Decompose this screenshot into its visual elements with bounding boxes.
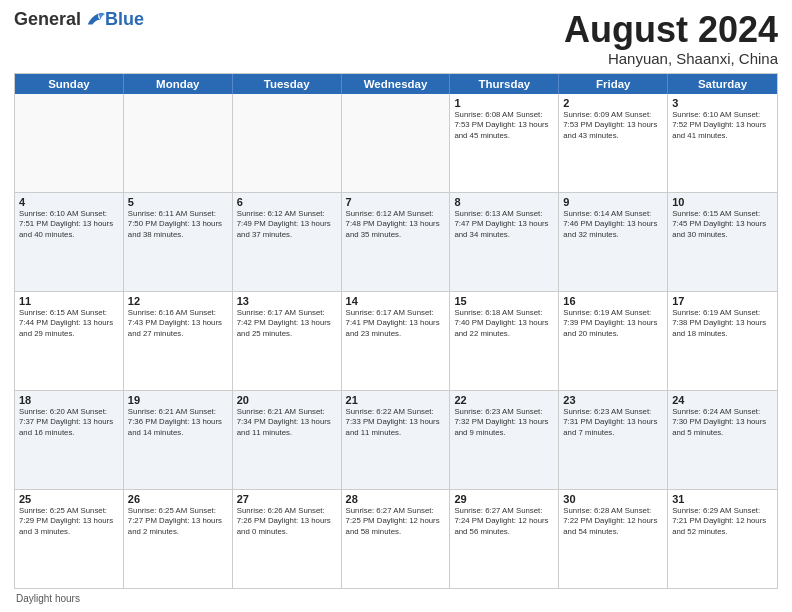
day-info: Sunrise: 6:23 AM Sunset: 7:31 PM Dayligh… bbox=[563, 407, 663, 439]
day-number: 29 bbox=[454, 493, 554, 505]
day-number: 6 bbox=[237, 196, 337, 208]
day-info: Sunrise: 6:10 AM Sunset: 7:52 PM Dayligh… bbox=[672, 110, 773, 142]
title-block: August 2024 Hanyuan, Shaanxi, China bbox=[564, 10, 778, 67]
day-headers: SundayMondayTuesdayWednesdayThursdayFrid… bbox=[15, 74, 777, 94]
day-header-thursday: Thursday bbox=[450, 74, 559, 94]
day-cell: 26Sunrise: 6:25 AM Sunset: 7:27 PM Dayli… bbox=[124, 490, 233, 588]
day-cell: 18Sunrise: 6:20 AM Sunset: 7:37 PM Dayli… bbox=[15, 391, 124, 489]
day-number: 20 bbox=[237, 394, 337, 406]
day-number: 22 bbox=[454, 394, 554, 406]
day-cell: 29Sunrise: 6:27 AM Sunset: 7:24 PM Dayli… bbox=[450, 490, 559, 588]
day-number: 11 bbox=[19, 295, 119, 307]
day-cell: 27Sunrise: 6:26 AM Sunset: 7:26 PM Dayli… bbox=[233, 490, 342, 588]
day-header-friday: Friday bbox=[559, 74, 668, 94]
day-number: 30 bbox=[563, 493, 663, 505]
day-info: Sunrise: 6:27 AM Sunset: 7:25 PM Dayligh… bbox=[346, 506, 446, 538]
day-info: Sunrise: 6:25 AM Sunset: 7:27 PM Dayligh… bbox=[128, 506, 228, 538]
day-info: Sunrise: 6:17 AM Sunset: 7:42 PM Dayligh… bbox=[237, 308, 337, 340]
day-cell: 17Sunrise: 6:19 AM Sunset: 7:38 PM Dayli… bbox=[668, 292, 777, 390]
day-header-wednesday: Wednesday bbox=[342, 74, 451, 94]
day-info: Sunrise: 6:17 AM Sunset: 7:41 PM Dayligh… bbox=[346, 308, 446, 340]
day-cell: 5Sunrise: 6:11 AM Sunset: 7:50 PM Daylig… bbox=[124, 193, 233, 291]
day-number: 25 bbox=[19, 493, 119, 505]
day-info: Sunrise: 6:24 AM Sunset: 7:30 PM Dayligh… bbox=[672, 407, 773, 439]
day-cell: 25Sunrise: 6:25 AM Sunset: 7:29 PM Dayli… bbox=[15, 490, 124, 588]
logo-general: General bbox=[14, 10, 81, 28]
day-info: Sunrise: 6:21 AM Sunset: 7:36 PM Dayligh… bbox=[128, 407, 228, 439]
day-info: Sunrise: 6:26 AM Sunset: 7:26 PM Dayligh… bbox=[237, 506, 337, 538]
day-cell: 15Sunrise: 6:18 AM Sunset: 7:40 PM Dayli… bbox=[450, 292, 559, 390]
weeks: 1Sunrise: 6:08 AM Sunset: 7:53 PM Daylig… bbox=[15, 94, 777, 588]
month-title: August 2024 bbox=[564, 10, 778, 50]
day-cell: 20Sunrise: 6:21 AM Sunset: 7:34 PM Dayli… bbox=[233, 391, 342, 489]
day-info: Sunrise: 6:16 AM Sunset: 7:43 PM Dayligh… bbox=[128, 308, 228, 340]
day-cell: 4Sunrise: 6:10 AM Sunset: 7:51 PM Daylig… bbox=[15, 193, 124, 291]
day-number: 8 bbox=[454, 196, 554, 208]
day-number: 4 bbox=[19, 196, 119, 208]
footer-note: Daylight hours bbox=[14, 593, 778, 604]
day-cell: 14Sunrise: 6:17 AM Sunset: 7:41 PM Dayli… bbox=[342, 292, 451, 390]
day-number: 9 bbox=[563, 196, 663, 208]
day-cell: 1Sunrise: 6:08 AM Sunset: 7:53 PM Daylig… bbox=[450, 94, 559, 192]
day-header-saturday: Saturday bbox=[668, 74, 777, 94]
day-cell: 19Sunrise: 6:21 AM Sunset: 7:36 PM Dayli… bbox=[124, 391, 233, 489]
day-number: 27 bbox=[237, 493, 337, 505]
calendar: SundayMondayTuesdayWednesdayThursdayFrid… bbox=[14, 73, 778, 589]
logo: General Blue bbox=[14, 10, 144, 28]
logo-text: General Blue bbox=[14, 10, 144, 28]
day-info: Sunrise: 6:27 AM Sunset: 7:24 PM Dayligh… bbox=[454, 506, 554, 538]
header: General Blue August 2024 Hanyuan, Shaanx… bbox=[14, 10, 778, 67]
day-cell bbox=[233, 94, 342, 192]
day-number: 31 bbox=[672, 493, 773, 505]
day-cell bbox=[15, 94, 124, 192]
week-row-4: 18Sunrise: 6:20 AM Sunset: 7:37 PM Dayli… bbox=[15, 390, 777, 489]
day-info: Sunrise: 6:28 AM Sunset: 7:22 PM Dayligh… bbox=[563, 506, 663, 538]
day-cell: 24Sunrise: 6:24 AM Sunset: 7:30 PM Dayli… bbox=[668, 391, 777, 489]
day-header-tuesday: Tuesday bbox=[233, 74, 342, 94]
day-cell: 10Sunrise: 6:15 AM Sunset: 7:45 PM Dayli… bbox=[668, 193, 777, 291]
day-header-sunday: Sunday bbox=[15, 74, 124, 94]
day-number: 7 bbox=[346, 196, 446, 208]
day-number: 3 bbox=[672, 97, 773, 109]
day-info: Sunrise: 6:14 AM Sunset: 7:46 PM Dayligh… bbox=[563, 209, 663, 241]
day-cell: 9Sunrise: 6:14 AM Sunset: 7:46 PM Daylig… bbox=[559, 193, 668, 291]
day-number: 14 bbox=[346, 295, 446, 307]
day-info: Sunrise: 6:11 AM Sunset: 7:50 PM Dayligh… bbox=[128, 209, 228, 241]
day-info: Sunrise: 6:25 AM Sunset: 7:29 PM Dayligh… bbox=[19, 506, 119, 538]
day-number: 12 bbox=[128, 295, 228, 307]
day-info: Sunrise: 6:09 AM Sunset: 7:53 PM Dayligh… bbox=[563, 110, 663, 142]
week-row-1: 1Sunrise: 6:08 AM Sunset: 7:53 PM Daylig… bbox=[15, 94, 777, 192]
day-cell: 21Sunrise: 6:22 AM Sunset: 7:33 PM Dayli… bbox=[342, 391, 451, 489]
day-info: Sunrise: 6:12 AM Sunset: 7:48 PM Dayligh… bbox=[346, 209, 446, 241]
day-number: 19 bbox=[128, 394, 228, 406]
day-number: 5 bbox=[128, 196, 228, 208]
day-info: Sunrise: 6:12 AM Sunset: 7:49 PM Dayligh… bbox=[237, 209, 337, 241]
day-cell: 23Sunrise: 6:23 AM Sunset: 7:31 PM Dayli… bbox=[559, 391, 668, 489]
day-cell: 22Sunrise: 6:23 AM Sunset: 7:32 PM Dayli… bbox=[450, 391, 559, 489]
day-cell bbox=[124, 94, 233, 192]
day-info: Sunrise: 6:22 AM Sunset: 7:33 PM Dayligh… bbox=[346, 407, 446, 439]
day-cell: 30Sunrise: 6:28 AM Sunset: 7:22 PM Dayli… bbox=[559, 490, 668, 588]
day-number: 1 bbox=[454, 97, 554, 109]
day-cell: 6Sunrise: 6:12 AM Sunset: 7:49 PM Daylig… bbox=[233, 193, 342, 291]
logo-blue: Blue bbox=[105, 10, 144, 28]
day-number: 26 bbox=[128, 493, 228, 505]
day-info: Sunrise: 6:15 AM Sunset: 7:44 PM Dayligh… bbox=[19, 308, 119, 340]
day-cell: 16Sunrise: 6:19 AM Sunset: 7:39 PM Dayli… bbox=[559, 292, 668, 390]
day-info: Sunrise: 6:18 AM Sunset: 7:40 PM Dayligh… bbox=[454, 308, 554, 340]
day-info: Sunrise: 6:15 AM Sunset: 7:45 PM Dayligh… bbox=[672, 209, 773, 241]
day-number: 17 bbox=[672, 295, 773, 307]
day-cell: 3Sunrise: 6:10 AM Sunset: 7:52 PM Daylig… bbox=[668, 94, 777, 192]
page-container: General Blue August 2024 Hanyuan, Shaanx… bbox=[0, 0, 792, 612]
day-number: 2 bbox=[563, 97, 663, 109]
day-number: 15 bbox=[454, 295, 554, 307]
day-info: Sunrise: 6:29 AM Sunset: 7:21 PM Dayligh… bbox=[672, 506, 773, 538]
day-header-monday: Monday bbox=[124, 74, 233, 94]
day-cell: 28Sunrise: 6:27 AM Sunset: 7:25 PM Dayli… bbox=[342, 490, 451, 588]
day-cell: 31Sunrise: 6:29 AM Sunset: 7:21 PM Dayli… bbox=[668, 490, 777, 588]
week-row-2: 4Sunrise: 6:10 AM Sunset: 7:51 PM Daylig… bbox=[15, 192, 777, 291]
day-info: Sunrise: 6:19 AM Sunset: 7:38 PM Dayligh… bbox=[672, 308, 773, 340]
week-row-3: 11Sunrise: 6:15 AM Sunset: 7:44 PM Dayli… bbox=[15, 291, 777, 390]
day-cell: 7Sunrise: 6:12 AM Sunset: 7:48 PM Daylig… bbox=[342, 193, 451, 291]
day-cell bbox=[342, 94, 451, 192]
